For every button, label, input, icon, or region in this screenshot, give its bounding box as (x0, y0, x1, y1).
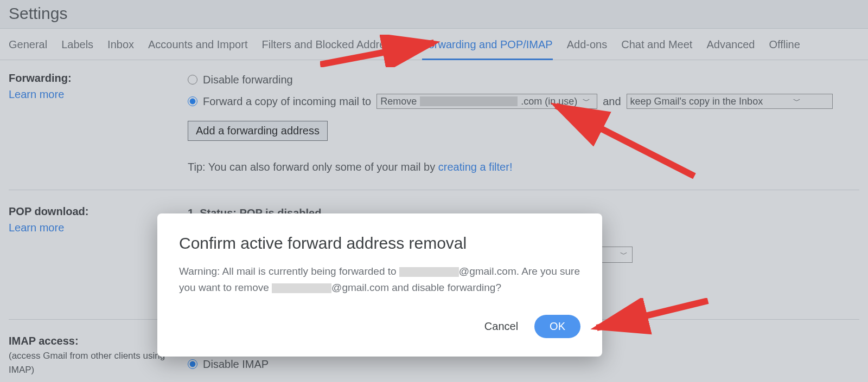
dialog-warning: Warning: All mail is currently being for… (179, 263, 580, 296)
tab-labels[interactable]: Labels (61, 29, 93, 60)
forwarding-address-prefix: Remove (380, 93, 417, 110)
tab-accounts[interactable]: Accounts and Import (148, 29, 247, 60)
creating-filter-link[interactable]: creating a filter! (438, 161, 513, 173)
ok-button[interactable]: OK (534, 315, 580, 338)
pop-learn-more-link[interactable]: Learn more (9, 222, 64, 234)
warning-part-3: @gmail.com and disable forwarding? (331, 282, 501, 293)
forwarding-address-suffix: .com (in use) (521, 93, 577, 110)
and-text: and (603, 92, 621, 111)
forwarding-address-select[interactable]: Remove .com (in use) ﹀ (376, 94, 597, 109)
redacted-email (420, 96, 518, 106)
tab-filters[interactable]: Filters and Blocked Addresses (261, 29, 407, 60)
disable-forwarding-radio[interactable] (188, 75, 197, 85)
keep-copy-select[interactable]: keep Gmail's copy in the Inbox ﹀ (627, 94, 833, 109)
cancel-button[interactable]: Cancel (484, 320, 518, 333)
redacted-email (399, 267, 459, 277)
settings-tabs: General Labels Inbox Accounts and Import… (0, 29, 868, 60)
add-forwarding-address-button[interactable]: Add a forwarding address (188, 121, 328, 141)
chevron-down-icon: ﹀ (620, 248, 628, 261)
disable-imap-radio[interactable] (188, 359, 197, 369)
tab-addons[interactable]: Add-ons (567, 29, 608, 60)
tab-advanced[interactable]: Advanced (706, 29, 755, 60)
page-title: Settings (9, 4, 859, 23)
forward-copy-label: Forward a copy of incoming mail to (203, 92, 371, 111)
tab-offline[interactable]: Offline (769, 29, 800, 60)
keep-copy-option: keep Gmail's copy in the Inbox (630, 93, 763, 110)
disable-forwarding-label: Disable forwarding (203, 70, 293, 89)
chevron-down-icon: ﹀ (583, 94, 590, 108)
tip-text: Tip: You can also forward only some of y… (188, 161, 438, 173)
forwarding-learn-more-link[interactable]: Learn more (9, 88, 64, 100)
confirm-removal-dialog: Confirm active forward address removal W… (157, 213, 602, 357)
redacted-email (272, 283, 331, 293)
dialog-title: Confirm active forward address removal (179, 234, 580, 252)
forwarding-tip: Tip: You can also forward only some of y… (188, 157, 859, 177)
warning-part-1: Warning: All mail is currently being for… (179, 266, 399, 277)
forwarding-heading: Forwarding: (9, 70, 188, 86)
chevron-down-icon: ﹀ (793, 94, 801, 108)
tab-forwarding-pop-imap[interactable]: Forwarding and POP/IMAP (422, 29, 553, 60)
tab-inbox[interactable]: Inbox (107, 29, 134, 60)
tab-general[interactable]: General (9, 29, 47, 60)
enable-forwarding-radio[interactable] (188, 96, 197, 106)
disable-imap-label: Disable IMAP (203, 354, 269, 374)
settings-header: Settings (0, 0, 868, 29)
forwarding-section: Forwarding: Learn more Disable forwardin… (9, 70, 859, 190)
tab-chat-meet[interactable]: Chat and Meet (621, 29, 692, 60)
